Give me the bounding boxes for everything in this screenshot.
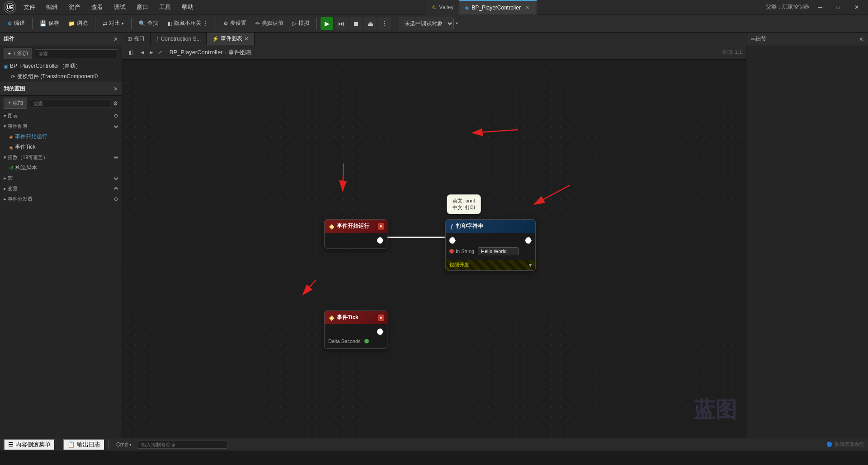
- play-button[interactable]: ▶: [321, 17, 333, 30]
- menu-file[interactable]: 文件: [20, 1, 39, 13]
- tree-item-bp-controller[interactable]: ◉ BP_PlayerController（自我）: [0, 61, 122, 71]
- browse-button[interactable]: 📁 浏览: [65, 18, 91, 29]
- tab-valley-icon: ⚠: [431, 4, 436, 10]
- breadcrumb-root[interactable]: BP_PlayerController: [170, 49, 223, 56]
- components-toolbar: + + 添加: [0, 46, 122, 61]
- menu-view[interactable]: 查看: [88, 1, 107, 13]
- menu-tools[interactable]: 工具: [156, 1, 175, 13]
- tab-bp-close[interactable]: ✕: [524, 4, 531, 11]
- print-string-title: 打印字符串: [456, 222, 483, 230]
- skip-button[interactable]: ⏭: [335, 17, 348, 30]
- add-function-button[interactable]: ⊕: [114, 155, 118, 160]
- tick-exec-out-pin[interactable]: [377, 329, 383, 335]
- add-component-button[interactable]: + + 添加: [4, 48, 32, 59]
- exec-out-pin-2[interactable]: [525, 237, 532, 244]
- event-tick-close[interactable]: ■: [378, 315, 384, 321]
- hide-more: ⋮: [203, 20, 208, 27]
- in-string-pin[interactable]: [449, 249, 454, 254]
- menu-edit[interactable]: 编辑: [42, 1, 61, 13]
- more-play-button[interactable]: ⋮: [378, 17, 391, 30]
- construction-script-tab[interactable]: ƒ Construction S...: [151, 33, 207, 45]
- in-string-input[interactable]: [478, 247, 519, 255]
- class-settings-button[interactable]: ⚙ 类设置: [220, 18, 250, 29]
- stop-button[interactable]: ⏹: [349, 17, 362, 30]
- close-btn[interactable]: ✕: [849, 2, 864, 12]
- section-variables[interactable]: ▸ 变量 ⊕: [0, 183, 122, 194]
- add-variable-button[interactable]: ⊕: [114, 186, 118, 192]
- details-close[interactable]: ✕: [859, 36, 863, 42]
- viewport-icon: ⊞: [127, 36, 132, 42]
- add-macro-button[interactable]: ⊕: [114, 175, 118, 181]
- construction-script-item[interactable]: ↺ 构造脚本: [5, 163, 122, 173]
- my-blueprints-close[interactable]: ✕: [113, 86, 118, 92]
- blueprint-search-input[interactable]: [30, 99, 110, 108]
- add-dispatcher-button[interactable]: ⊕: [114, 196, 118, 202]
- section-macros[interactable]: ▸ 宏 ⊕: [0, 173, 122, 183]
- viewport-tab[interactable]: ⊞ 视口: [122, 33, 151, 45]
- event-begin-play-item[interactable]: ◈ 事件开始运行: [5, 132, 122, 142]
- bottom-sep-1: [59, 441, 59, 449]
- compile-button[interactable]: ⚙ 编译: [4, 18, 28, 29]
- cmd-input[interactable]: [137, 441, 227, 449]
- expand-node-icon[interactable]: ▾: [529, 262, 532, 268]
- event-graph-tab[interactable]: ⚡ 事件图表 ✕: [207, 33, 255, 45]
- component-search-input[interactable]: [35, 49, 118, 58]
- event-begin-play-close[interactable]: ■: [378, 223, 384, 230]
- nav-right-icon[interactable]: ►: [149, 49, 154, 56]
- section-event-dispatchers[interactable]: ▸ 事件分发器 ⊕: [0, 194, 122, 204]
- settings-icon[interactable]: ⚙: [113, 100, 118, 107]
- tab-bp-controller[interactable]: ◈ BP_PlayerController ✕: [459, 0, 537, 14]
- main-layout: 组件 ✕ + + 添加 ◉ BP_PlayerController（自我） ⟳ …: [0, 33, 868, 438]
- delta-seconds-pin[interactable]: [364, 339, 369, 343]
- breadcrumb-current[interactable]: 事件图表: [228, 48, 252, 56]
- event-graph-tab-close[interactable]: ✕: [244, 36, 249, 42]
- content-sidebar-button[interactable]: ☰ 内容侧滚菜单: [4, 439, 55, 451]
- section-event-graph[interactable]: ▾ 事件图表 ⊕: [0, 121, 122, 132]
- bottom-sep-2: [108, 441, 109, 449]
- event-begin-play-node[interactable]: ◈ 事件开始运行 ■: [324, 219, 387, 249]
- menu-asset[interactable]: 资产: [65, 1, 84, 13]
- diff-button[interactable]: ⇄ 对比 ▾: [99, 18, 127, 29]
- svg-line-5: [343, 164, 344, 191]
- tab-valley[interactable]: ⚠ Valley: [426, 0, 459, 14]
- add-event-button[interactable]: ⊕: [114, 123, 118, 129]
- exec-in-pin[interactable]: [449, 237, 456, 244]
- output-log-button[interactable]: 📋 输出日志: [63, 439, 105, 451]
- components-close[interactable]: ✕: [113, 36, 118, 42]
- nav-left-icon[interactable]: ◄: [140, 49, 145, 56]
- eject-button[interactable]: ⏏: [364, 17, 377, 30]
- debug-target-select[interactable]: 未选中调试对象: [399, 18, 454, 29]
- minimize-btn[interactable]: ─: [813, 2, 828, 12]
- menu-window[interactable]: 窗口: [133, 1, 152, 13]
- simulate-button[interactable]: ▷ 模拟: [289, 18, 313, 29]
- hide-icon: ◧: [167, 20, 172, 27]
- menu-debug[interactable]: 调试: [110, 1, 129, 13]
- maximize-btn[interactable]: □: [831, 2, 845, 12]
- function-icon: ƒ: [450, 223, 453, 230]
- nav-back-icon[interactable]: ◧: [126, 48, 136, 56]
- section-graphs[interactable]: ▾ 图表 ⊕: [0, 111, 122, 121]
- my-blueprints-panel: 我的蓝图 ✕ + 添加 ⚙ ▾ 图表 ⊕ ▾ 事件图表 ⊕: [0, 82, 122, 438]
- menu-help[interactable]: 帮助: [178, 1, 197, 13]
- exec-out-pin[interactable]: [377, 237, 383, 244]
- parent-class-label: 父类：玩家控制器: [766, 3, 809, 11]
- event-tick-item[interactable]: ◈ 事件Tick: [5, 142, 122, 152]
- add-blueprint-button[interactable]: + 添加: [4, 98, 27, 109]
- tab-bar: ⚠ Valley ◈ BP_PlayerController ✕: [426, 0, 537, 14]
- save-button[interactable]: 💾 保存: [36, 18, 63, 29]
- expand-icon[interactable]: ⤢: [158, 49, 162, 56]
- class-defaults-button[interactable]: ✏ 类默认值: [252, 18, 287, 29]
- section-functions[interactable]: ▾ 函数（19可覆盖） ⊕: [0, 152, 122, 163]
- find-button[interactable]: 🔍 查找: [135, 18, 162, 29]
- my-blueprints-toolbar: + 添加 ⚙: [0, 96, 122, 111]
- hide-button[interactable]: ◧ 隐藏不相关 ⋮: [164, 18, 212, 29]
- graph-area: ⊞ 视口 ƒ Construction S... ⚡ 事件图表 ✕ ◧ ◄ ► …: [122, 33, 746, 438]
- debug-chevron[interactable]: ▾: [456, 21, 458, 26]
- cmd-selector[interactable]: Cmd ▾: [113, 441, 135, 449]
- event-tick-node[interactable]: ◈ 事件Tick ■ Delta Seconds: [324, 310, 387, 349]
- graph-canvas[interactable]: 英文: print 中文: 打印 ◈ 事件开始运行 ■: [122, 60, 746, 438]
- add-graph-button[interactable]: ⊕: [114, 113, 118, 119]
- print-string-node[interactable]: ƒ 打印字符串 In String 仅限开发: [445, 219, 536, 271]
- tree-item-transform[interactable]: ⟳ 变换组件 (TransformComponent0: [0, 71, 122, 82]
- details-header: ✏ 细节 ✕: [746, 33, 868, 46]
